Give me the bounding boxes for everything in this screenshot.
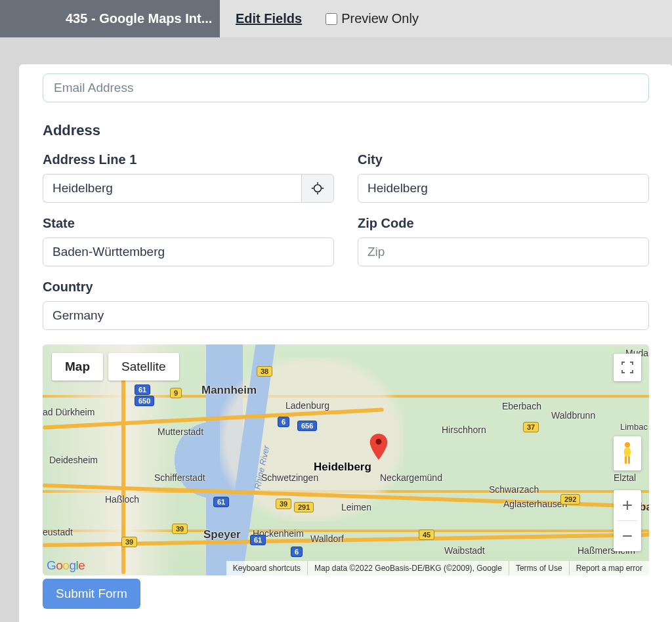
edit-fields-link[interactable]: Edit Fields (220, 11, 318, 26)
road-badge-37: 37 (523, 422, 539, 432)
road-badge-9: 9 (170, 388, 182, 398)
map-pegman[interactable] (614, 436, 641, 470)
map-report-error[interactable]: Report a map error (569, 561, 649, 575)
road-badge-656: 656 (297, 421, 317, 431)
road-badge-650: 650 (135, 396, 154, 406)
road-badge-6b: 6 (291, 547, 303, 557)
address-section-heading: Address (43, 122, 649, 139)
google-map[interactable]: Rhine River Mannheim Ladenburg Eberbach … (43, 344, 649, 575)
fullscreen-icon (621, 362, 633, 373)
preview-only-label: Preview Only (341, 11, 419, 26)
city-schwarzach: Schwarzach (489, 484, 539, 495)
map-terms-link[interactable]: Terms of Use (509, 561, 569, 575)
map-type-satellite[interactable]: Satellite (108, 353, 179, 381)
zip-label: Zip Code (358, 216, 649, 231)
city-label: City (358, 152, 649, 167)
city-badurkheim: ad Dürkheim (43, 407, 94, 417)
pegman-icon (620, 442, 635, 465)
city-eustadt: eustadt (43, 527, 73, 537)
city-heidelberg: Heidelberg (314, 461, 371, 474)
map-type-map[interactable]: Map (52, 353, 103, 381)
form-card: Address Address Line 1 City Sta (19, 64, 672, 622)
map-pin-icon[interactable] (369, 434, 388, 460)
country-input[interactable] (43, 301, 649, 330)
svg-rect-7 (624, 447, 631, 457)
city-hirschhorn: Hirschhorn (442, 425, 486, 435)
city-waibstadt: Waibstadt (444, 545, 485, 556)
road-badge-38: 38 (257, 366, 272, 377)
editor-topbar: 435 - Google Maps Int... Edit Fields Pre… (0, 0, 672, 37)
map-zoom-out[interactable]: − (614, 521, 641, 551)
address1-label: Address Line 1 (43, 152, 334, 167)
preview-only-toggle[interactable]: Preview Only (318, 11, 419, 26)
road-badge-39c: 39 (276, 499, 291, 509)
locate-icon (310, 181, 325, 196)
road-badge-39b: 39 (172, 524, 188, 534)
city-hasloch: Haßloch (105, 494, 139, 505)
road-badge-61c: 61 (250, 535, 266, 545)
address1-input[interactable] (43, 174, 301, 203)
geolocate-button[interactable] (301, 174, 334, 203)
map-fullscreen-button[interactable] (614, 354, 641, 381)
city-input[interactable] (358, 174, 649, 203)
city-speyer: Speyer (203, 528, 241, 541)
road-badge-292: 292 (560, 494, 580, 505)
state-label: State (43, 216, 334, 231)
svg-point-5 (376, 439, 382, 445)
city-leimen: Leimen (341, 502, 371, 512)
map-type-control: Map Satellite (52, 353, 179, 381)
email-field[interactable] (43, 73, 649, 102)
preview-only-checkbox[interactable] (326, 13, 337, 25)
form-title-tab[interactable]: 435 - Google Maps Int... (0, 0, 220, 37)
city-walldorf: Walldorf (310, 533, 344, 544)
map-keyboard-shortcuts[interactable]: Keyboard shortcuts (226, 561, 307, 575)
map-data-attribution: Map data ©2022 GeoBasis-DE/BKG (©2009), … (307, 561, 509, 575)
city-eberbach: Eberbach (502, 401, 541, 411)
google-logo: Google (47, 558, 85, 573)
zip-input[interactable] (358, 238, 649, 266)
road-badge-39a: 39 (121, 537, 137, 547)
city-deidesheim: Deidesheim (49, 455, 98, 465)
submit-button[interactable]: Submit Form (43, 579, 140, 609)
city-ladenburg: Ladenburg (285, 400, 329, 411)
city-limbac: Limbac (620, 422, 648, 432)
city-mannheim: Mannheim (201, 384, 257, 397)
city-schwetzingen: Schwetzingen (261, 472, 318, 483)
svg-rect-9 (628, 456, 630, 464)
city-aglasterhausen: Aglasterhausen (503, 499, 567, 509)
map-footer: Keyboard shortcuts Map data ©2022 GeoBas… (226, 561, 649, 575)
city-schifferstadt: Schifferstadt (154, 472, 205, 483)
city-waldbrunn: Waldbrunn (551, 410, 595, 421)
svg-point-0 (314, 185, 322, 192)
road-badge-61b: 61 (213, 497, 229, 507)
city-mutterstadt: Mutterstadt (158, 426, 203, 437)
road-badge-45: 45 (419, 529, 434, 540)
svg-rect-8 (625, 456, 627, 464)
city-neckargemund: Neckargemünd (380, 472, 442, 483)
road-badge-61a: 61 (135, 384, 150, 395)
svg-point-6 (625, 442, 630, 447)
road-badge-291: 291 (294, 502, 314, 512)
road-badge-6a: 6 (278, 417, 289, 427)
country-label: Country (43, 280, 649, 295)
map-zoom-in[interactable]: + (614, 490, 641, 520)
map-zoom-control: + − (614, 490, 641, 551)
state-input[interactable] (43, 238, 334, 266)
city-elztal: Elztal (614, 472, 636, 483)
